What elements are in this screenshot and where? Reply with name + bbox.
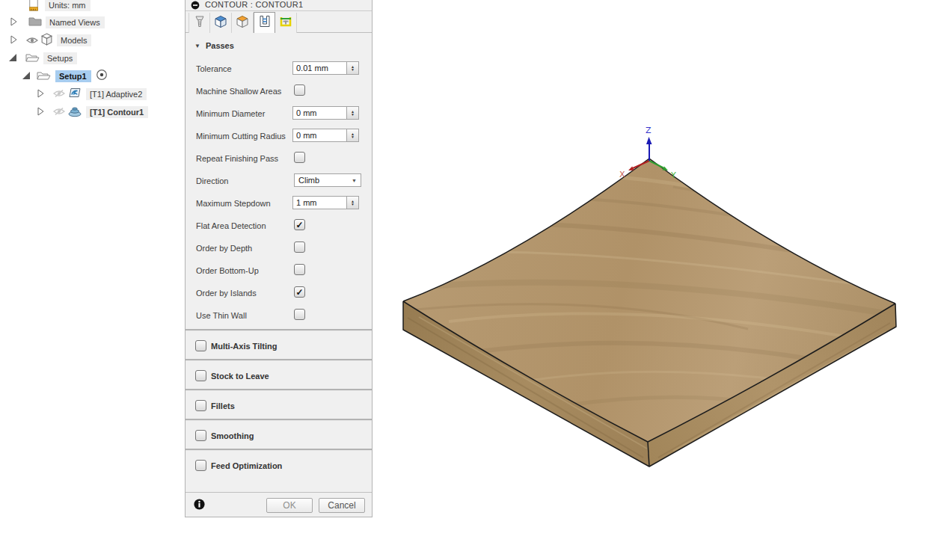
- x-axis-label: X: [619, 170, 625, 179]
- spin-down-icon[interactable]: ▼: [351, 68, 355, 71]
- machine-shallow-areas-label: Machine Shallow Areas: [196, 87, 281, 96]
- feed-optimization-checkbox[interactable]: [195, 460, 206, 471]
- maximum-stepdown-spinner[interactable]: ▲▼: [347, 196, 359, 209]
- smoothing-label: Smoothing: [211, 431, 254, 440]
- expander-collapsed-icon[interactable]: [37, 105, 44, 119]
- tree-item-setups[interactable]: Setups: [8, 52, 77, 65]
- tolerance-label: Tolerance: [196, 64, 232, 73]
- contour-operation-icon: [68, 105, 82, 120]
- minimum-cutting-radius-input[interactable]: [292, 129, 347, 142]
- dropdown-arrow-icon: ▼: [352, 178, 357, 183]
- info-icon[interactable]: [194, 499, 205, 513]
- fillets-label: Fillets: [211, 401, 235, 410]
- dialog-grip-icon[interactable]: [191, 0, 200, 13]
- spin-down-icon[interactable]: ▼: [351, 203, 355, 206]
- fillets-checkbox[interactable]: [195, 400, 206, 411]
- tab-tool[interactable]: [188, 13, 210, 33]
- flat-area-detection-checkbox[interactable]: ✓: [294, 219, 305, 230]
- minimum-cutting-radius-spinner[interactable]: ▲▼: [347, 129, 359, 142]
- models-label: Models: [57, 34, 91, 46]
- units-label: Units: mm: [45, 0, 91, 11]
- active-setup-radio-icon[interactable]: [96, 69, 108, 84]
- use-thin-wall-label: Use Thin Wall: [196, 311, 247, 320]
- passes-icon: [257, 14, 272, 32]
- setups-label: Setups: [43, 52, 77, 64]
- tree-item-setup1[interactable]: Setup1: [22, 70, 108, 83]
- dialog-footer: OK Cancel: [186, 492, 372, 517]
- tab-heights[interactable]: [232, 13, 254, 33]
- tree-item-named-views[interactable]: Named Views: [10, 16, 105, 29]
- dialog-title: CONTOUR : CONTOUR1: [205, 0, 304, 9]
- contour1-label: [T1] Contour1: [86, 106, 148, 118]
- ok-button[interactable]: OK: [266, 498, 313, 513]
- eye-visible-icon[interactable]: [26, 34, 38, 47]
- stock-to-leave-checkbox[interactable]: [195, 370, 206, 381]
- eye-hidden-icon[interactable]: [53, 87, 65, 101]
- contour-dialog: CONTOUR : CONTOUR1: [185, 0, 373, 517]
- section-divider: [186, 389, 372, 391]
- maximum-stepdown-label: Maximum Stepdown: [196, 199, 271, 208]
- spin-down-icon[interactable]: ▼: [351, 135, 355, 138]
- tree-item-adaptive2[interactable]: [T1] Adaptive2: [37, 87, 147, 101]
- smoothing-checkbox[interactable]: [195, 430, 206, 441]
- tab-passes[interactable]: [254, 12, 275, 33]
- adaptive2-label: [T1] Adaptive2: [86, 88, 147, 100]
- repeat-finishing-pass-label: Repeat Finishing Pass: [196, 154, 278, 163]
- expander-collapsed-icon[interactable]: [37, 87, 44, 101]
- direction-select[interactable]: Climb ▼: [294, 173, 361, 187]
- multi-axis-tilting-label: Multi-Axis Tilting: [211, 342, 277, 351]
- models-cube-icon: [40, 33, 53, 49]
- dialog-tabstrip: [186, 12, 372, 33]
- units-document-icon: [27, 0, 40, 14]
- stock-model[interactable]: [403, 159, 896, 467]
- order-bottom-up-label: Order Bottom-Up: [196, 266, 259, 275]
- section-divider: [186, 359, 372, 361]
- machine-shallow-areas-checkbox[interactable]: [294, 84, 305, 96]
- stock-to-leave-label: Stock to Leave: [211, 372, 269, 381]
- expander-collapsed-icon[interactable]: [10, 34, 17, 47]
- x-axis-arrow-icon: [628, 167, 634, 170]
- order-bottom-up-checkbox[interactable]: [294, 264, 305, 275]
- collapse-arrow-icon: ▼: [194, 43, 200, 49]
- expander-expanded-icon[interactable]: [22, 70, 31, 83]
- y-axis-label: Y: [670, 170, 676, 180]
- adaptive-operation-icon: [68, 87, 82, 102]
- eye-hidden-icon[interactable]: [53, 105, 65, 119]
- order-by-islands-checkbox[interactable]: ✓: [294, 286, 305, 298]
- expander-collapsed-icon[interactable]: [10, 16, 17, 29]
- viewport-3d[interactable]: X Y Z: [374, 112, 935, 501]
- geometry-icon: [213, 14, 228, 32]
- multi-axis-tilting-checkbox[interactable]: [195, 340, 206, 351]
- folder-icon: [28, 16, 42, 29]
- order-by-depth-checkbox[interactable]: [294, 241, 305, 253]
- minimum-diameter-label: Minimum Diameter: [196, 109, 265, 118]
- tree-item-contour1[interactable]: [T1] Contour1: [37, 105, 148, 119]
- tab-linking[interactable]: [275, 13, 297, 33]
- section-divider: [186, 329, 372, 331]
- use-thin-wall-checkbox[interactable]: [294, 309, 305, 320]
- section-divider: [186, 449, 372, 451]
- section-divider: [186, 419, 372, 421]
- expander-expanded-icon[interactable]: [8, 52, 17, 65]
- folder-open-icon: [37, 70, 52, 83]
- tree-item-units[interactable]: Units: mm: [27, 0, 91, 12]
- tab-geometry[interactable]: [210, 13, 232, 33]
- checkmark: ✓: [295, 288, 303, 297]
- minimum-cutting-radius-label: Minimum Cutting Radius: [196, 132, 286, 141]
- tolerance-input[interactable]: [292, 61, 347, 75]
- maximum-stepdown-input[interactable]: [292, 196, 347, 209]
- spin-down-icon[interactable]: ▼: [351, 113, 355, 116]
- minimum-diameter-spinner[interactable]: ▲▼: [347, 106, 359, 120]
- tree-item-models[interactable]: Models: [10, 34, 91, 47]
- repeat-finishing-pass-checkbox[interactable]: [294, 152, 305, 163]
- cancel-button[interactable]: Cancel: [319, 498, 365, 513]
- direction-label: Direction: [196, 176, 228, 185]
- z-axis-label: Z: [646, 126, 652, 135]
- minimum-diameter-input[interactable]: [292, 106, 347, 120]
- dialog-header[interactable]: CONTOUR : CONTOUR1: [186, 0, 372, 11]
- passes-section-header[interactable]: ▼Passes: [194, 41, 234, 50]
- checkmark: ✓: [295, 221, 303, 230]
- heights-icon: [235, 14, 250, 32]
- named-views-label: Named Views: [46, 16, 105, 28]
- tolerance-spinner[interactable]: ▲▼: [347, 61, 359, 75]
